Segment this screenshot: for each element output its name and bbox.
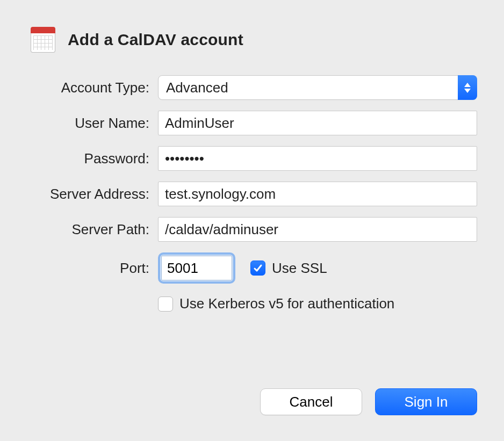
form: Account Type: Advanced User Name: Passwo… — [27, 75, 477, 312]
user-name-input[interactable] — [158, 111, 477, 135]
account-type-value: Advanced — [166, 79, 228, 96]
port-focus-ring — [158, 252, 235, 284]
label-server-address: Server Address: — [27, 186, 150, 203]
use-ssl-label: Use SSL — [272, 260, 327, 277]
port-row: Use SSL — [158, 252, 477, 284]
cancel-button[interactable]: Cancel — [260, 388, 362, 415]
select-arrows-icon — [458, 75, 477, 100]
caldav-dialog: Add a CalDAV account Account Type: Advan… — [0, 0, 504, 441]
account-type-select[interactable]: Advanced — [158, 75, 477, 100]
label-server-path: Server Path: — [27, 221, 150, 238]
password-input[interactable] — [158, 146, 477, 171]
server-address-input[interactable] — [158, 182, 477, 206]
button-row: Cancel Sign In — [260, 388, 477, 415]
dialog-title: Add a CalDAV account — [68, 31, 243, 49]
kerberos-label: Use Kerberos v5 for authentication — [179, 295, 394, 312]
port-input[interactable] — [161, 256, 232, 280]
svg-marker-0 — [464, 83, 471, 87]
label-password: Password: — [27, 150, 150, 167]
label-account-type: Account Type: — [27, 79, 150, 96]
svg-marker-1 — [464, 89, 471, 93]
calendar-icon — [30, 27, 56, 53]
use-ssl-row[interactable]: Use SSL — [250, 260, 327, 277]
label-user-name: User Name: — [27, 115, 150, 132]
use-ssl-checkbox[interactable] — [250, 261, 265, 276]
kerberos-checkbox[interactable] — [158, 297, 173, 312]
dialog-header: Add a CalDAV account — [30, 27, 477, 53]
kerberos-row[interactable]: Use Kerberos v5 for authentication — [158, 295, 477, 312]
server-path-input[interactable] — [158, 217, 477, 242]
label-port: Port: — [27, 260, 150, 277]
sign-in-button[interactable]: Sign In — [375, 388, 477, 415]
